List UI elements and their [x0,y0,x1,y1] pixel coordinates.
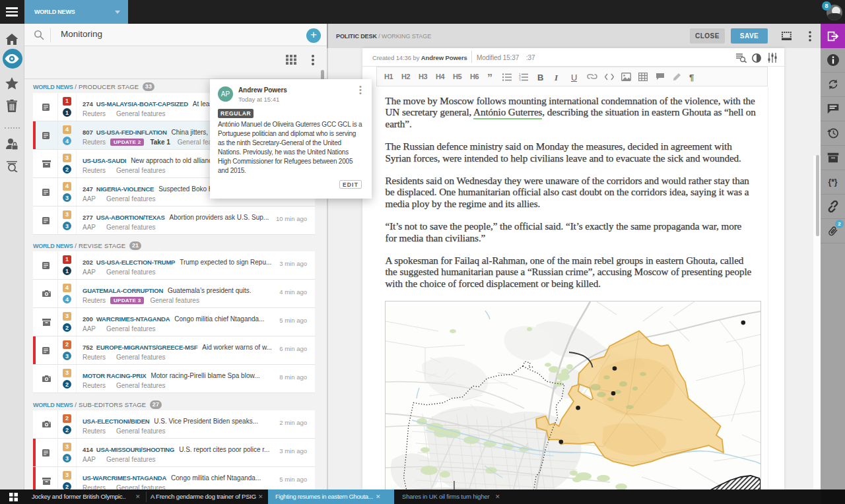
svg-text:3: 3 [519,79,521,82]
